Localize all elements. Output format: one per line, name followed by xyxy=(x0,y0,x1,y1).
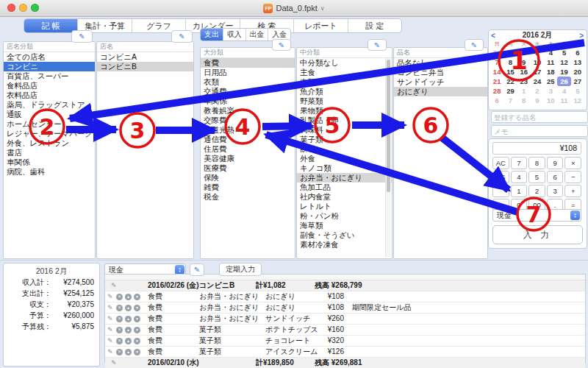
list-item[interactable]: 交通費 xyxy=(201,87,295,96)
calendar-day[interactable]: 20 xyxy=(571,67,584,77)
list-item[interactable]: 衣類 xyxy=(201,77,295,87)
list-item[interactable]: 水道光熱 xyxy=(201,125,295,135)
calendar-day[interactable]: 12 xyxy=(557,57,570,67)
delete-icon[interactable]: × xyxy=(116,338,123,344)
list-item[interactable]: 車関係 xyxy=(4,158,95,167)
list-item[interactable]: 魚加工品 xyxy=(297,183,392,192)
list-item[interactable]: 食費 xyxy=(201,58,295,68)
list-item[interactable]: レトルト xyxy=(297,202,392,211)
move-down-icon[interactable]: ▼ xyxy=(134,349,140,355)
keypad-key[interactable]: 6 xyxy=(547,171,564,183)
list-item[interactable]: 病院、歯科 xyxy=(4,167,95,177)
edit-stores-button[interactable]: ✎ xyxy=(171,30,193,43)
entry-type-tab[interactable]: 収入 xyxy=(223,29,245,40)
list-item[interactable]: 果物類 xyxy=(297,106,392,116)
list-item[interactable]: 通販 xyxy=(4,110,95,119)
edit-icon[interactable]: ✎ xyxy=(107,302,113,313)
calendar-day[interactable]: 29 xyxy=(503,86,517,96)
list-item[interactable]: キノコ類 xyxy=(297,163,392,173)
list-item[interactable]: 飲料 xyxy=(297,144,392,154)
move-down-icon[interactable]: ▼ xyxy=(134,294,140,300)
edit-icon[interactable]: ✎ xyxy=(111,280,117,291)
calendar-next-button[interactable]: > xyxy=(575,32,584,40)
list-item[interactable]: 外食、レストラン xyxy=(4,138,95,148)
keypad-key[interactable]: 9 xyxy=(547,157,564,169)
list-item[interactable]: 食料品店 xyxy=(4,81,95,91)
list-item[interactable]: 粉・パン粉 xyxy=(297,211,392,221)
list-item[interactable]: ホームセンター xyxy=(4,119,95,129)
edit-item-names-button[interactable]: ✎ xyxy=(465,39,484,51)
calendar-day[interactable]: 3 xyxy=(544,86,557,96)
edit-icon[interactable]: ✎ xyxy=(107,347,113,357)
move-up-icon[interactable]: ▲ xyxy=(125,316,132,322)
list-item[interactable]: 百貨店、スーパー xyxy=(4,71,95,81)
list-item[interactable]: 中分類なし xyxy=(297,58,392,68)
scrollbar-thumb[interactable] xyxy=(387,60,390,192)
keypad-key[interactable]: 3 xyxy=(547,185,564,197)
move-up-icon[interactable]: ▲ xyxy=(125,349,132,355)
list-item[interactable]: 衣料品店 xyxy=(4,91,95,100)
calendar-day[interactable]: 10 xyxy=(531,57,544,67)
keypad-key[interactable]: × xyxy=(564,157,581,169)
list-item[interactable]: 調味料 xyxy=(297,125,392,135)
list-item[interactable]: 医療費 xyxy=(201,163,295,173)
list-item[interactable]: 住居費 xyxy=(201,144,295,154)
list-item[interactable]: 主食 xyxy=(297,68,392,77)
move-down-icon[interactable]: ▼ xyxy=(134,305,140,311)
calendar-day[interactable]: 31 xyxy=(490,48,503,57)
edit-major-categories-button[interactable]: ✎ xyxy=(272,39,291,51)
edit-icon[interactable]: ✎ xyxy=(107,291,113,302)
calendar-day[interactable]: 4 xyxy=(557,86,570,96)
list-item[interactable]: 外食 xyxy=(297,154,392,163)
list-item[interactable]: 全ての店名 xyxy=(4,52,95,62)
calendar-day[interactable]: 9 xyxy=(531,96,544,105)
delete-icon[interactable]: × xyxy=(116,349,123,355)
edit-icon[interactable]: ✎ xyxy=(111,358,117,368)
list-item[interactable]: 魚介類 xyxy=(297,87,392,96)
account-select[interactable]: 現金 ▲▼ xyxy=(492,209,581,222)
delete-icon[interactable]: × xyxy=(116,294,123,300)
calendar-day[interactable]: 19 xyxy=(557,67,570,77)
calendar-day[interactable]: 9 xyxy=(517,57,531,67)
list-item[interactable]: サンドイッチ xyxy=(394,77,487,87)
edit-ledger-button[interactable]: ✎ xyxy=(190,263,204,276)
keypad-key[interactable] xyxy=(492,185,509,197)
keypad-key[interactable]: + xyxy=(564,185,581,197)
keypad-key[interactable]: BS xyxy=(492,171,509,183)
calendar-day[interactable]: 2 xyxy=(531,86,544,96)
move-up-icon[interactable]: ▲ xyxy=(125,305,132,311)
list-item[interactable]: 雑費 xyxy=(201,183,295,192)
keypad-key[interactable]: 1 xyxy=(511,185,528,197)
edit-middle-categories-button[interactable]: ✎ xyxy=(368,39,387,51)
list-item[interactable]: コンビニB xyxy=(97,62,193,71)
periodic-entry-button[interactable]: 定期入力 xyxy=(219,263,262,276)
edit-icon[interactable]: ✎ xyxy=(107,336,113,346)
calendar-day[interactable]: 28 xyxy=(490,86,503,96)
list-item[interactable]: 乳製品・卵 xyxy=(297,116,392,125)
list-item[interactable]: 税金 xyxy=(201,192,295,202)
list-item[interactable]: 保険 xyxy=(201,173,295,183)
calendar-day[interactable]: 24 xyxy=(531,77,544,86)
keypad-key[interactable]: 4 xyxy=(511,171,528,183)
move-down-icon[interactable]: ▼ xyxy=(134,338,140,344)
list-item[interactable]: レジャー、テーマパーク xyxy=(4,129,95,138)
calendar-prev-button[interactable]: < xyxy=(491,32,500,40)
calendar-day[interactable]: 7 xyxy=(503,96,517,105)
calendar-day[interactable]: 11 xyxy=(544,57,557,67)
calendar-day[interactable]: 14 xyxy=(490,67,503,77)
list-item[interactable]: 副食・そうざい xyxy=(297,230,392,240)
menu-tab[interactable]: レポート xyxy=(293,19,347,32)
calendar-day[interactable]: 7 xyxy=(490,57,503,67)
delete-icon[interactable]: × xyxy=(116,327,123,333)
calendar-day[interactable]: 6 xyxy=(490,96,503,105)
list-item[interactable]: 美容健康 xyxy=(201,154,295,163)
move-down-icon[interactable]: ▼ xyxy=(134,327,140,333)
list-item[interactable]: 肉類 xyxy=(297,77,392,87)
keypad-key[interactable]: − xyxy=(564,171,581,183)
calendar-day[interactable]: 18 xyxy=(544,67,557,77)
calendar-day[interactable]: 2 xyxy=(517,48,531,57)
keypad-key[interactable]: 7 xyxy=(511,157,528,169)
title-chevron-icon[interactable]: ∨ xyxy=(320,5,325,12)
list-item[interactable]: 品名なし xyxy=(394,58,487,68)
menu-tab[interactable]: 設 定 xyxy=(348,19,401,32)
